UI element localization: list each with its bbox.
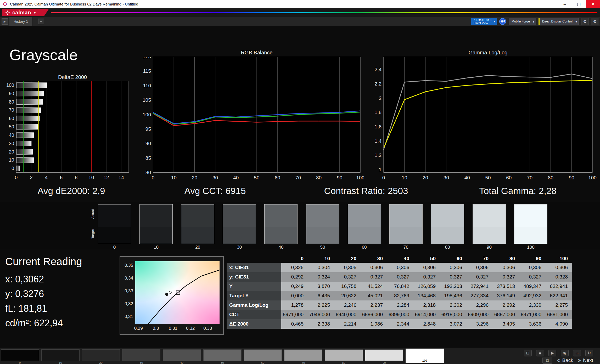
loop-icon-button[interactable]: ↻ — [585, 350, 593, 356]
swatch-target — [306, 227, 339, 244]
pattern-toolbar: ⊡■▶◉∞↻ □ « Back » Next 01020304050607080… — [0, 348, 600, 364]
test-pattern-patch-20[interactable] — [82, 349, 120, 361]
grayscale-swatch-100 — [514, 204, 547, 244]
next-button[interactable]: » Next — [578, 357, 593, 363]
swatch-target — [348, 227, 381, 244]
reading-cdm2: cd/m²: 622,94 — [5, 318, 115, 329]
test-pattern-patch-70[interactable] — [284, 349, 322, 361]
table-cell: 0,465 — [281, 319, 308, 329]
rewind-icon: « — [557, 357, 560, 363]
table-cell: 0,292 — [281, 272, 308, 282]
patch-level-label: 90 — [365, 361, 403, 364]
chevron-down-icon: ▾ — [533, 20, 534, 24]
display-control-selector[interactable]: Direct Display Control ▾ — [539, 18, 579, 25]
infinity-icon-button[interactable]: ∞ — [573, 350, 581, 356]
meter-mode: Direct View — [473, 21, 491, 25]
svg-text:100: 100 — [356, 175, 364, 180]
meter-selector[interactable]: X-Rite i1Pro 3 Direct View ▾ — [471, 18, 496, 25]
swatch-actual — [140, 204, 172, 227]
svg-text:1,4: 1,4 — [375, 138, 382, 144]
swatch-target — [431, 227, 464, 244]
pattern-icon-row: ⊡■▶◉∞↻ — [524, 350, 593, 356]
svg-text:90: 90 — [337, 175, 342, 180]
svg-text:10: 10 — [9, 157, 14, 163]
display-icon-button[interactable]: ⊡ — [524, 350, 532, 356]
table-cell: 198,436 — [440, 291, 466, 300]
calman-diamond-icon — [5, 10, 10, 15]
table-cell: 126,059 — [413, 282, 440, 291]
swatch-level-label: 80 — [431, 245, 464, 250]
table-cell: 2,225 — [308, 300, 334, 310]
patch-level-label: 40 — [163, 361, 201, 364]
actual-row-label: Actual — [91, 205, 95, 223]
svg-text:30: 30 — [212, 175, 218, 180]
test-pattern-patch-80[interactable] — [325, 349, 363, 361]
svg-text:20: 20 — [423, 175, 428, 180]
table-cell: 82,769 — [387, 291, 413, 300]
table-column-header: 90 — [519, 254, 546, 263]
deltae-bar-chart: 100908070605040302010002468101214 — [0, 81, 139, 184]
settings-gear-button[interactable]: ⚙ — [581, 18, 588, 25]
test-pattern-patch-10[interactable] — [41, 349, 80, 361]
table-cell: 376,149 — [493, 291, 519, 300]
tab-history-1[interactable]: History 1 — [9, 17, 32, 26]
table-column-header — [227, 254, 281, 263]
table-cell: 6871,000 — [519, 310, 546, 319]
svg-text:70: 70 — [527, 175, 532, 180]
table-cell: 4,090 — [546, 319, 572, 329]
test-pattern-patch-30[interactable] — [122, 349, 160, 361]
svg-text:2,2: 2,2 — [375, 81, 382, 87]
svg-text:0: 0 — [12, 166, 14, 171]
meter-status-badge: 995 — [499, 18, 506, 25]
play-icon-button[interactable]: ▶ — [548, 350, 556, 356]
patch-level-label: 20 — [82, 361, 120, 364]
workflow-gears-button[interactable]: ⚙ — [591, 18, 598, 25]
record-icon-button[interactable]: ◉ — [561, 350, 569, 356]
table-column-header: 10 — [308, 254, 334, 263]
table-cell: 134,468 — [413, 291, 440, 300]
cie-y-tick: 0,32 — [121, 301, 133, 306]
table-cell: 0,306 — [493, 263, 519, 272]
add-tab-button[interactable]: + — [38, 19, 44, 24]
test-pattern-patch-40[interactable] — [163, 349, 201, 361]
hardware-cluster: X-Rite i1Pro 3 Direct View ▾ 995 Mobile … — [471, 18, 598, 25]
swatch-target — [265, 227, 297, 244]
svg-text:4: 4 — [45, 175, 48, 180]
stop-icon-button[interactable]: ■ — [536, 350, 544, 356]
meter-name: X-Rite i1Pro 3 — [473, 18, 491, 21]
table-cell: 0,327 — [440, 272, 466, 282]
minimize-button[interactable]: – — [558, 0, 572, 8]
table-cell: 6918,000 — [440, 310, 466, 319]
close-button[interactable]: ✕ — [586, 0, 600, 8]
calman-logo-menu[interactable]: calman ▾ — [2, 9, 49, 16]
svg-text:1,6: 1,6 — [375, 124, 382, 129]
history-panel-toggle[interactable]: ▶ — [2, 18, 8, 25]
table-cell: 76,842 — [387, 282, 413, 291]
table-column-header: 0 — [281, 254, 308, 263]
svg-text:120: 120 — [143, 57, 151, 59]
maximize-button[interactable]: ▢ — [572, 0, 586, 8]
table-cell: 489,347 — [519, 282, 546, 291]
back-button[interactable]: « Back — [557, 357, 573, 363]
svg-text:60: 60 — [9, 116, 14, 121]
svg-text:0: 0 — [382, 175, 385, 180]
test-pattern-patch-60[interactable] — [244, 349, 282, 361]
table-cell: 20,622 — [334, 291, 361, 300]
test-pattern-patch-90[interactable] — [365, 349, 403, 361]
swatch-level-label: 70 — [389, 245, 423, 250]
patch-level-label: 50 — [203, 361, 242, 364]
pattern-source-selector[interactable]: Mobile Forge ▾ — [509, 18, 536, 25]
svg-text:2,4: 2,4 — [375, 67, 382, 72]
table-cell: 16,758 — [334, 282, 361, 291]
test-pattern-patch-0[interactable] — [1, 349, 39, 361]
table-cell: 0,000 — [281, 291, 308, 300]
chevron-down-icon: ▾ — [575, 20, 577, 24]
cie-chromaticity-plot — [135, 261, 220, 324]
table-row-label: Gamma Log/Log — [227, 300, 281, 310]
test-pattern-patch-50[interactable] — [203, 349, 242, 361]
pattern-source-label: Mobile Forge — [512, 20, 530, 23]
stop-pattern-button[interactable]: □ — [542, 357, 552, 364]
svg-text:10: 10 — [402, 175, 407, 180]
grayscale-swatch-60 — [348, 204, 381, 244]
table-cell: 2,318 — [413, 300, 440, 310]
